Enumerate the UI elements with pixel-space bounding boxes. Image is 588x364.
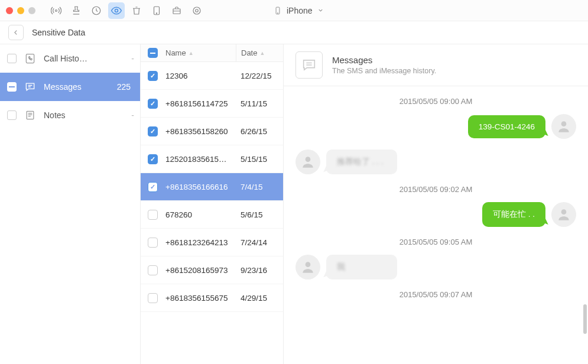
close-window-icon[interactable] — [6, 7, 13, 14]
thread-row[interactable]: +86183561556754/29/15 — [141, 284, 283, 312]
maximize-window-icon[interactable] — [28, 7, 35, 14]
briefcase-icon[interactable] — [168, 2, 185, 19]
column-date[interactable]: Date▲ — [236, 44, 283, 61]
dash-indicator: - — [131, 110, 134, 120]
sidebar-item-label: Messages — [44, 82, 110, 92]
sidebar-item-messages[interactable]: Messages 225 — [0, 73, 140, 101]
thread-row[interactable]: 125201835615…5/15/15 — [141, 145, 283, 173]
message-bubble[interactable]: 139-CS01-4246 — [468, 115, 545, 138]
outgoing-message: 可能在忙 . . — [295, 202, 576, 227]
thread-row[interactable]: +86181232642137/24/14 — [141, 229, 283, 256]
svg-point-4 — [156, 12, 157, 13]
device-label: iPhone — [287, 6, 313, 15]
svg-point-15 — [561, 209, 567, 214]
thread-row[interactable]: +86183561582606/26/15 — [141, 118, 283, 145]
checkbox[interactable] — [148, 265, 158, 275]
select-all-checkbox[interactable] — [148, 48, 158, 58]
phone-icon — [274, 5, 282, 16]
tablet-icon[interactable] — [148, 2, 165, 19]
checkbox[interactable] — [7, 54, 17, 63]
timestamp: 2015/05/05 09:02 AM — [295, 185, 576, 194]
sidebar-item-count: 225 — [117, 82, 131, 92]
thread-row[interactable]: 1230612/22/15 — [141, 62, 283, 90]
dash-indicator: - — [131, 54, 134, 63]
stamp-icon[interactable] — [68, 2, 85, 19]
thread-name: +8618356155675 — [164, 294, 241, 303]
svg-rect-12 — [27, 111, 34, 119]
call-history-icon — [24, 52, 37, 65]
svg-point-2 — [115, 9, 118, 12]
thread-list-header: Name▲ Date▲ — [141, 44, 283, 62]
sidebar-item-notes[interactable]: Notes - — [0, 101, 140, 129]
thread-name: +8615208165973 — [164, 266, 241, 275]
thread-date: 5/11/15 — [241, 99, 283, 108]
sidebar-item-label: Notes — [44, 110, 133, 120]
thread-name: 678260 — [164, 210, 241, 219]
thread-date: 9/23/16 — [241, 266, 283, 275]
notes-icon — [24, 109, 37, 122]
incoming-message: 推荐给了 . . . — [295, 150, 576, 174]
outgoing-message: 139-CS01-4246 — [295, 114, 576, 139]
broadcast-icon[interactable] — [48, 2, 64, 19]
detail-header: Messages The SMS and iMessage history. — [284, 44, 588, 86]
back-button[interactable] — [8, 25, 24, 40]
checkbox[interactable] — [148, 293, 158, 303]
scrollbar-thumb[interactable] — [583, 304, 587, 334]
thread-date: 5/15/15 — [241, 155, 283, 164]
message-bubble[interactable]: 推荐给了 . . . — [326, 150, 397, 174]
column-name[interactable]: Name▲ — [164, 48, 236, 57]
timestamp: 2015/05/05 09:07 AM — [295, 290, 576, 299]
chevron-down-icon — [317, 7, 324, 14]
avatar-icon — [551, 202, 576, 227]
thread-name: +8618356166616 — [164, 183, 241, 191]
thread-name: 125201835615… — [164, 155, 241, 164]
trash-icon[interactable] — [128, 2, 145, 19]
eye-icon[interactable] — [108, 2, 125, 19]
checkbox[interactable] — [148, 210, 158, 220]
circle-icon[interactable] — [189, 2, 205, 19]
thread-list: Name▲ Date▲ 1230612/22/15+86181561147255… — [141, 44, 284, 364]
svg-point-7 — [196, 9, 199, 12]
thread-name: +8618156114725 — [164, 99, 241, 108]
timestamp: 2015/05/05 09:00 AM — [295, 97, 576, 106]
window-toolbar: iPhone — [0, 0, 588, 21]
checkbox[interactable] — [148, 126, 158, 136]
checkbox[interactable] — [7, 110, 17, 120]
thread-date: 12/22/15 — [241, 72, 283, 80]
clock-icon[interactable] — [88, 2, 105, 19]
thread-row[interactable]: 6782605/6/15 — [141, 201, 283, 229]
minimize-window-icon[interactable] — [17, 7, 24, 14]
messages-large-icon — [295, 51, 323, 79]
svg-point-0 — [56, 9, 57, 11]
avatar-icon — [295, 150, 320, 174]
thread-date: 5/6/15 — [241, 210, 283, 219]
device-selector[interactable]: iPhone — [274, 5, 324, 16]
sort-arrow-icon: ▲ — [259, 50, 265, 56]
messages-icon — [24, 80, 37, 93]
checkbox[interactable] — [148, 99, 158, 109]
sidebar-item-call-history[interactable]: Call Histo… - — [0, 44, 140, 73]
checkbox[interactable] — [7, 82, 17, 92]
thread-date: 6/26/15 — [241, 127, 283, 136]
subheader: Sensitive Data — [0, 21, 588, 44]
thread-row[interactable]: +86183561666167/4/15 — [141, 173, 283, 201]
checkbox[interactable] — [148, 182, 158, 192]
avatar-icon — [295, 255, 320, 280]
chat-area[interactable]: 2015/05/05 09:00 AM139-CS01-4246推荐给了 . .… — [284, 86, 588, 364]
thread-name: +8618123264213 — [164, 238, 241, 247]
detail-title: Messages — [332, 55, 436, 65]
checkbox[interactable] — [148, 71, 158, 81]
sidebar: Call Histo… - Messages 225 Notes - — [0, 44, 141, 364]
svg-rect-11 — [9, 86, 15, 87]
thread-row[interactable]: +86181561147255/11/15 — [141, 90, 283, 118]
message-bubble[interactable]: 可能在忙 . . — [482, 202, 545, 227]
checkbox[interactable] — [148, 238, 158, 248]
checkbox[interactable] — [148, 154, 158, 164]
thread-name: 12306 — [164, 72, 241, 80]
thread-row[interactable]: +86152081659739/23/16 — [141, 256, 283, 284]
sidebar-item-label: Call Histo… — [44, 54, 133, 63]
thread-date: 4/29/15 — [241, 294, 283, 303]
svg-point-16 — [306, 262, 311, 267]
message-bubble[interactable]: 我 — [326, 255, 397, 280]
svg-point-9 — [278, 12, 278, 13]
